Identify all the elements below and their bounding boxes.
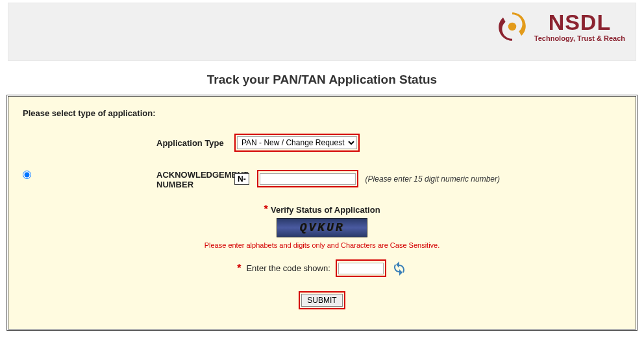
brand-logo: NSDL Technology, Trust & Reach — [495, 10, 625, 43]
svg-point-0 — [508, 23, 516, 30]
captcha-note: Please enter alphabets and digits only a… — [23, 241, 621, 249]
brand-tagline: Technology, Trust & Reach — [534, 34, 625, 42]
brand-name: NSDL — [549, 11, 612, 33]
form-instruction: Please select type of application: — [23, 108, 621, 118]
refresh-icon[interactable] — [391, 261, 407, 276]
acknowledgement-radio[interactable] — [23, 171, 31, 179]
verify-title-row: * Verify Status of Application — [23, 204, 621, 215]
required-star-icon: * — [237, 263, 241, 274]
required-star-icon: * — [264, 204, 267, 215]
page-title: Track your PAN/TAN Application Status — [8, 73, 636, 87]
captcha-code-input[interactable] — [338, 263, 384, 274]
application-type-select[interactable]: PAN - New / Change Request — [237, 136, 357, 149]
submit-button[interactable]: SUBMIT — [301, 294, 342, 307]
form-panel: Please select type of application: Appli… — [8, 96, 636, 329]
header-bar: NSDL Technology, Trust & Reach — [8, 3, 636, 61]
ack-prefix: N- — [234, 173, 249, 185]
acknowledgement-hint: (Please enter 15 digit numeric number) — [365, 174, 500, 184]
nsdl-swirl-icon — [495, 10, 529, 43]
acknowledgement-row: ACKNOWLEDGEMENT NUMBER N- (Please enter … — [23, 170, 621, 189]
acknowledgement-label: ACKNOWLEDGEMENT NUMBER — [46, 170, 234, 189]
acknowledgement-input[interactable] — [260, 173, 356, 185]
verify-title: Verify Status of Application — [271, 205, 380, 215]
enter-code-label: Enter the code shown: — [246, 263, 330, 273]
application-type-row: Application Type PAN - New / Change Requ… — [23, 134, 621, 152]
captcha-image: QVKUR — [277, 218, 367, 237]
application-type-label: Application Type — [46, 138, 234, 148]
